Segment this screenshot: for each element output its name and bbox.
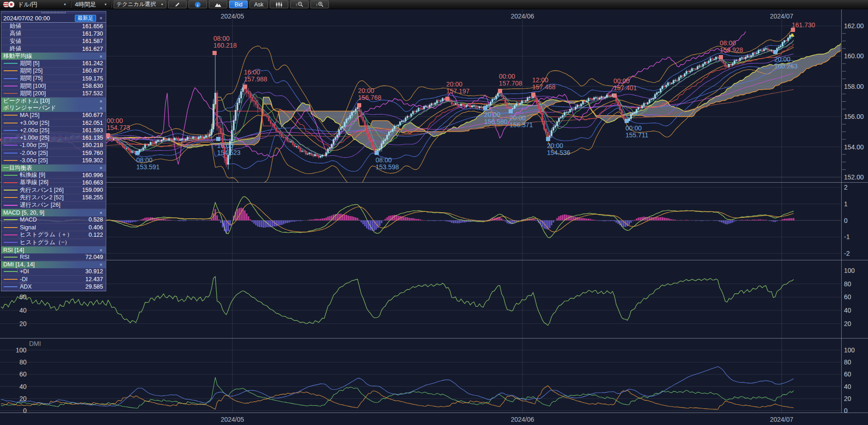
indicator-label: 期間 [25] xyxy=(20,67,82,75)
price-axis-label: 158.00 xyxy=(844,83,864,90)
line-color-swatch xyxy=(1,219,20,220)
indicator-label: 安値 xyxy=(1,37,82,45)
timeframe-dropdown[interactable]: 4時間足 ▼ xyxy=(72,0,110,8)
ask-label: Ask xyxy=(254,1,263,8)
indicator-value: 159.302 xyxy=(82,157,103,164)
chart-style-button[interactable] xyxy=(209,0,227,8)
macd-signal-line xyxy=(1,203,794,232)
indicator-row: -DI12.437 xyxy=(1,276,106,283)
indicator-row: Signal0.406 xyxy=(1,224,106,231)
indicator-value-panel[interactable]: 2024/07/02 00:00最新足×始値161.656高値161.730安値… xyxy=(1,11,106,291)
zoom-out-button[interactable]: ↕ xyxy=(290,0,309,8)
close-icon[interactable]: × xyxy=(98,99,104,104)
indicator-value: 0.528 xyxy=(89,216,103,223)
indicator-label: MA [25] xyxy=(20,112,82,118)
bottom-marker xyxy=(546,137,550,141)
peak-marker xyxy=(531,92,535,97)
indicator-row: -2.00σ [25]159.760 xyxy=(1,149,106,157)
line-color-swatch xyxy=(1,175,20,176)
indicator-value: 161.627 xyxy=(82,46,103,52)
current-bar-datetime: 2024/07/02 00:00 xyxy=(3,15,50,22)
indicator-row: ヒストグラム（＋）0.122 xyxy=(1,231,106,239)
price-axis-label: 152.00 xyxy=(844,173,864,181)
close-icon[interactable]: × xyxy=(98,105,104,111)
time-axis-label: 2024/07 xyxy=(770,416,794,423)
dmi-axis-label: 0 xyxy=(844,407,848,414)
line-color-swatch xyxy=(1,63,20,64)
indicator-label: +3.00σ [25] xyxy=(20,120,82,126)
time-axis-label: 2024/06 xyxy=(511,12,534,20)
candle-display-button[interactable] xyxy=(270,0,288,8)
indicator-label: ヒストグラム（−） xyxy=(20,239,103,246)
indicator-row: -1.00σ [25]160.218 xyxy=(1,142,106,149)
alert-triangle-icon xyxy=(790,33,795,37)
indicator-label: ADX xyxy=(20,283,85,290)
peak-label: 00:00157.708 xyxy=(499,73,522,87)
peak-marker xyxy=(243,85,247,89)
indicator-label: 始値 xyxy=(1,22,82,30)
timeframe-label: 4時間足 xyxy=(75,0,96,9)
rsi-axis-label: 20 xyxy=(19,320,27,327)
close-icon[interactable]: × xyxy=(98,210,104,216)
indicator-value: 160.677 xyxy=(82,68,103,74)
currency-pair-dropdown[interactable]: ドル/円 ▼ xyxy=(0,0,69,8)
latest-bar-button[interactable]: 最新足 xyxy=(75,15,97,22)
indicator-label: 高値 xyxy=(1,30,82,37)
indicator-label: 期間 [75] xyxy=(20,74,82,82)
mountain-icon xyxy=(214,2,222,7)
indicator-label: 終値 xyxy=(1,45,82,53)
indicator-label: -DI xyxy=(20,276,85,283)
indicator-label: RSI xyxy=(20,254,85,260)
info-button[interactable]: i xyxy=(188,0,207,8)
bottom-marker xyxy=(625,119,629,123)
zoom-in-button[interactable]: ↕ xyxy=(310,0,329,8)
bottom-label: 08:00153.598 xyxy=(376,157,399,171)
close-icon[interactable]: × xyxy=(98,15,104,21)
close-icon[interactable]: × xyxy=(98,262,104,267)
close-icon[interactable]: × xyxy=(98,54,104,59)
price-axis-label: 156.00 xyxy=(844,113,864,120)
indicator-value: 0.122 xyxy=(89,232,103,238)
indicator-value: 158.255 xyxy=(82,194,103,201)
peak-marker xyxy=(719,55,723,59)
indicator-value: 29.585 xyxy=(85,283,103,290)
indicator-label: Signal xyxy=(20,224,89,231)
technical-select-button[interactable]: テクニカル選択 ▼ xyxy=(114,0,166,8)
price-axis-label: 162.00 xyxy=(844,22,864,30)
bottom-marker xyxy=(135,151,140,155)
indicator-label: -2.00σ [25] xyxy=(20,150,82,156)
indicator-row: +1.00σ [25]161.135 xyxy=(1,134,106,142)
chevron-down-icon: ▼ xyxy=(63,3,67,6)
indicator-label: 先行スパン1 [26] xyxy=(20,186,82,194)
indicator-section-header: 移動平均線× xyxy=(1,53,106,60)
indicator-row: 安値161.587 xyxy=(1,38,106,45)
indicator-row: 基準線 [26]160.663 xyxy=(1,179,106,186)
indicator-value: 161.593 xyxy=(82,127,103,134)
indicator-row: +DI30.912 xyxy=(1,268,106,276)
bottom-marker xyxy=(483,106,487,110)
indicator-row: RSI72.049 xyxy=(1,253,106,261)
bid-button[interactable]: Bid xyxy=(229,0,248,8)
indicator-section-header: ピークボトム [10]× xyxy=(1,98,106,105)
bid-label: Bid xyxy=(235,1,243,8)
line-color-swatch xyxy=(1,227,20,228)
indicator-label: ヒストグラム（＋） xyxy=(20,231,89,239)
macd-axis-label: 2 xyxy=(844,184,848,191)
indicator-value: 159.760 xyxy=(82,150,103,156)
indicator-row: MACD0.528 xyxy=(1,216,106,224)
close-icon[interactable]: × xyxy=(98,247,104,253)
ask-button[interactable]: Ask xyxy=(249,0,268,8)
indicator-value: 160.663 xyxy=(82,179,103,186)
line-color-swatch xyxy=(1,70,20,71)
draw-tool-button[interactable] xyxy=(168,0,187,8)
indicator-label: 転換線 [9] xyxy=(20,171,82,179)
bottom-label: 00:00155.711 xyxy=(625,125,649,139)
close-icon[interactable]: × xyxy=(98,165,104,171)
indicator-label: 期間 [100] xyxy=(20,82,82,90)
line-color-swatch xyxy=(1,190,20,191)
indicator-row: -3.00σ [25]159.302 xyxy=(1,157,106,164)
line-color-swatch xyxy=(1,257,20,258)
chart-canvas[interactable] xyxy=(0,0,868,425)
indicator-value: 30.912 xyxy=(85,268,103,275)
line-color-swatch xyxy=(1,205,20,206)
